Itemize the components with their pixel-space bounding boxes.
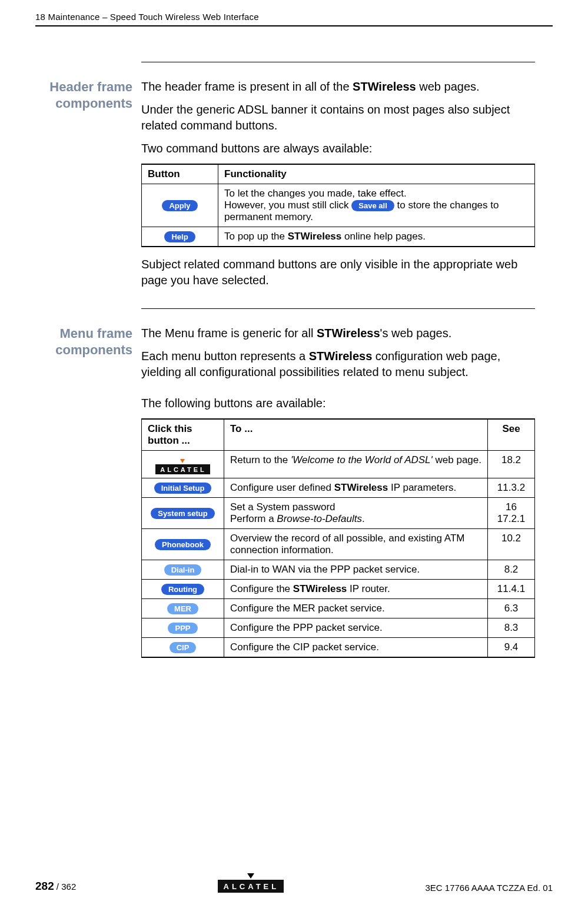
table-row: Apply To let the changes you made, take … — [142, 184, 535, 227]
cell-to: Configure user defined STWireless IP par… — [224, 478, 488, 498]
cell-see: 11.4.1 — [488, 580, 535, 599]
cell-to: Overview the record of all possible, and… — [224, 529, 488, 560]
cell-button: Help — [142, 227, 218, 247]
cell-see: 9.4 — [488, 638, 535, 658]
cell-button: Apply — [142, 184, 218, 227]
cell-button: Initial Setup — [142, 478, 224, 498]
cell-to: Configure the CIP packet service. — [224, 638, 488, 658]
initial-setup-button-icon: Initial Setup — [154, 483, 212, 494]
page-current: 282 — [35, 880, 54, 892]
header-buttons-table: Button Functionality Apply To let the ch… — [141, 164, 535, 247]
cell-button: PPP — [142, 618, 224, 638]
cell-functionality: To let the changes you made, take effect… — [218, 184, 535, 227]
text: 17.2.1 — [494, 513, 529, 525]
section-menu-frame: Menu frame components The Menu frame is … — [141, 308, 535, 658]
table-row: ALCATELReturn to the 'Welcome to the Wor… — [142, 451, 535, 478]
text: online help pages. — [341, 231, 426, 242]
ppp-button-icon: PPP — [168, 623, 197, 634]
doc-id: 3EC 17766 AAAA TCZZA Ed. 01 — [425, 883, 553, 893]
mer-button-icon: MER — [167, 603, 198, 614]
table-row: PhonebookOverview the record of all poss… — [142, 529, 535, 560]
cell-see: 8.3 — [488, 618, 535, 638]
side-heading-header-frame: Header frame components — [35, 79, 132, 111]
page-footer: 282 / 362 ALCATEL 3EC 17766 AAAA TCZZA E… — [35, 873, 553, 893]
cell-to: Configure the PPP packet service. — [224, 618, 488, 638]
table-row: System setupSet a System passwordPerform… — [142, 498, 535, 529]
running-header: 18 Maintenance – Speed Touch Wireless We… — [35, 12, 553, 26]
cell-see: 6.3 — [488, 599, 535, 618]
text: Set a System password — [230, 501, 481, 513]
text: The Menu frame is generic for all — [141, 327, 317, 340]
text: 16 — [494, 501, 529, 513]
menu-buttons-table: Click this button ... To ... See ALCATEL… — [141, 418, 535, 658]
para: Subject related command buttons are only… — [141, 257, 535, 288]
cell-to: Set a System passwordPerform a Browse-to… — [224, 498, 488, 529]
text: To pop up the — [224, 231, 288, 242]
th-functionality: Functionality — [218, 164, 535, 184]
bold: STWireless — [317, 327, 380, 340]
para: Under the generic ADSL banner it contain… — [141, 102, 535, 134]
para: Each menu button represents a STWireless… — [141, 348, 535, 380]
table-row: Dial-inDial-in to WAN via the PPP packet… — [142, 560, 535, 580]
para: The Menu frame is generic for all STWire… — [141, 325, 535, 341]
alcatel-logo-icon: ALCATEL — [218, 880, 284, 893]
cell-button: System setup — [142, 498, 224, 529]
th-to: To ... — [224, 419, 488, 451]
th-button: Button — [142, 164, 218, 184]
cell-see: 1617.2.1 — [488, 498, 535, 529]
cell-button: MER — [142, 599, 224, 618]
th-click-this: Click this button ... — [142, 419, 224, 451]
text: To let the changes you made, take effect… — [224, 188, 529, 199]
table-row: RoutingConfigure the STWireless IP route… — [142, 580, 535, 599]
cell-to: Configure the STWireless IP router. — [224, 580, 488, 599]
para: The header frame is present in all of th… — [141, 79, 535, 95]
side-heading-menu-frame: Menu frame components — [35, 325, 132, 358]
footer-logo: ALCATEL — [218, 873, 284, 893]
text: However, you must still click — [224, 199, 351, 211]
help-button-icon: Help — [164, 231, 195, 242]
cip-button-icon: CIP — [170, 642, 197, 653]
text: Each menu button represents a — [141, 350, 309, 362]
bold: STWireless — [353, 80, 416, 93]
alcatel-menu-button-icon: ALCATEL — [155, 459, 210, 474]
cell-button: ALCATEL — [142, 451, 224, 478]
table-row: Initial SetupConfigure user defined STWi… — [142, 478, 535, 498]
page: 18 Maintenance – Speed Touch Wireless We… — [0, 0, 588, 908]
alcatel-logo-icon: ALCATEL — [155, 464, 210, 474]
save-all-button-icon: Save all — [351, 200, 394, 211]
page-number: 282 / 362 — [35, 880, 76, 893]
system-setup-button-icon: System setup — [151, 508, 215, 519]
bold: STWireless — [309, 350, 373, 362]
triangle-down-icon — [180, 459, 185, 463]
cell-see: 18.2 — [488, 451, 535, 478]
cell-see: 10.2 — [488, 529, 535, 560]
text: web pages. — [416, 80, 480, 93]
page-total: 362 — [61, 882, 76, 892]
cell-to: Return to the 'Welcome to the World of A… — [224, 451, 488, 478]
cell-functionality: To pop up the STWireless online help pag… — [218, 227, 535, 247]
dial-in-button-icon: Dial-in — [164, 564, 202, 576]
text: 's web pages. — [380, 327, 452, 340]
apply-button-icon: Apply — [162, 200, 197, 211]
cell-see: 11.3.2 — [488, 478, 535, 498]
para: The following buttons are available: — [141, 395, 535, 411]
table-row: CIPConfigure the CIP packet service.9.4 — [142, 638, 535, 658]
cell-button: Phonebook — [142, 529, 224, 560]
cell-see: 8.2 — [488, 560, 535, 580]
phonebook-button-icon: Phonebook — [155, 539, 211, 550]
triangle-down-icon — [247, 873, 254, 879]
cell-button: CIP — [142, 638, 224, 658]
th-see: See — [488, 419, 535, 451]
cell-button: Routing — [142, 580, 224, 599]
table-row: PPPConfigure the PPP packet service.8.3 — [142, 618, 535, 638]
text: Perform a Browse-to-Defaults. — [230, 513, 481, 525]
bold: STWireless — [288, 231, 342, 242]
text: The header frame is present in all of th… — [141, 80, 353, 93]
text: However, you must still click Save all t… — [224, 199, 529, 223]
page-sep: / — [54, 882, 62, 892]
routing-button-icon: Routing — [161, 584, 204, 595]
content-area: Header frame components The header frame… — [141, 62, 535, 658]
cell-button: Dial-in — [142, 560, 224, 580]
para: Two command buttons are always available… — [141, 141, 535, 157]
cell-to: Configure the MER packet service. — [224, 599, 488, 618]
